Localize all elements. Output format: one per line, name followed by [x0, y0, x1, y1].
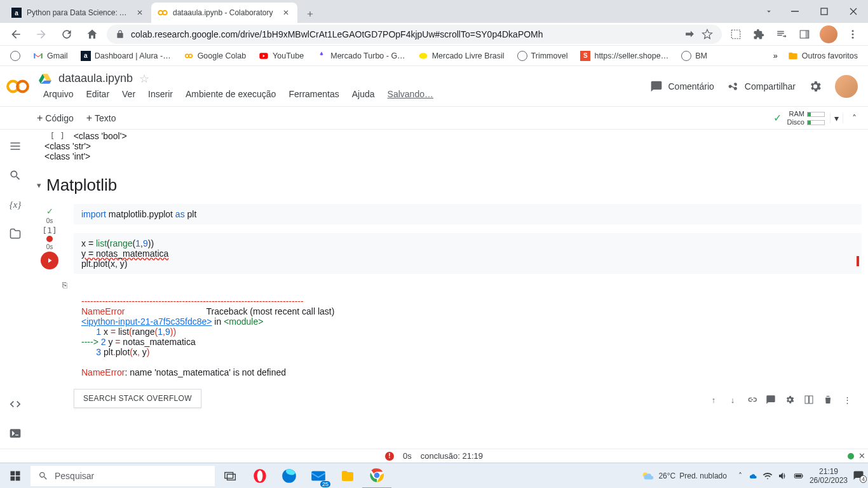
ram-disk-gauge[interactable]: RAM Disco — [787, 110, 825, 126]
code-editor[interactable]: import matplotlib.pyplot as plt — [74, 204, 862, 224]
notebook-toolbar: +Código +Texto ✓ RAM Disco ▾ ˄ — [0, 107, 868, 130]
colab-logo[interactable] — [5, 74, 31, 99]
files-icon[interactable] — [8, 226, 23, 241]
run-cell-button[interactable] — [41, 252, 58, 269]
search-stack-overflow-button[interactable]: SEARCH STACK OVERFLOW — [74, 389, 201, 408]
bookmark-trimmovel[interactable]: Trimmovel — [512, 48, 573, 64]
taskbar-search[interactable]: Pesquisar — [31, 466, 215, 486]
home-button[interactable] — [81, 24, 103, 45]
dropdown-icon[interactable]: ▾ — [830, 113, 843, 123]
code-cell-1[interactable]: ✓ 0s [1] import matplotlib.pyplot as plt — [31, 204, 862, 224]
svg-point-30 — [374, 472, 380, 478]
menu-help[interactable]: Ajuda — [347, 87, 380, 101]
weather-widget[interactable]: 26°C Pred. nublado — [641, 469, 727, 483]
chrome-icon[interactable] — [362, 463, 391, 489]
code-snippets-icon[interactable] — [8, 396, 23, 412]
notebook-area[interactable]: [ ] <class 'bool'> <class 'str'> <class … — [31, 130, 868, 449]
bookmark-colab[interactable]: Google Colab — [179, 48, 251, 64]
menu-edit[interactable]: Editar — [81, 87, 114, 101]
user-avatar[interactable] — [835, 75, 858, 98]
profile-avatar[interactable] — [820, 25, 837, 43]
url-field[interactable]: colab.research.google.com/drive/1bH9xMBw… — [107, 25, 722, 44]
bookmark-shopee[interactable]: Shttps://seller.shope… — [575, 48, 674, 64]
menu-runtime[interactable]: Ambiente de execução — [180, 87, 281, 101]
terminal-icon[interactable] — [8, 426, 23, 441]
comment-button[interactable]: Comentário — [650, 80, 714, 93]
notifications-icon[interactable]: 4 — [853, 470, 864, 482]
bookmark-ml[interactable]: Mercado Livre Brasil — [413, 48, 510, 64]
status-close-icon[interactable]: ✕ — [858, 451, 865, 461]
edge-icon[interactable] — [275, 463, 304, 489]
star-icon[interactable] — [702, 29, 713, 40]
star-doc-icon[interactable]: ☆ — [139, 72, 149, 86]
share-button[interactable]: Compartilhar — [727, 80, 796, 93]
status-error-icon[interactable]: ! — [385, 452, 394, 461]
move-down-icon[interactable]: ↓ — [727, 394, 738, 405]
tray-chevron-icon[interactable]: ˄ — [738, 471, 742, 480]
close-window-button[interactable] — [839, 0, 868, 23]
cell-settings-icon[interactable] — [784, 394, 796, 405]
close-icon[interactable]: ✕ — [135, 8, 145, 18]
tab-alura[interactable]: a Python para Data Science: Aula 5 ✕ — [5, 3, 151, 23]
share-page-icon[interactable] — [684, 29, 695, 39]
traceback-link[interactable]: <ipython-input-21-a7f5c35fdc8e> — [81, 316, 212, 327]
globe-icon — [681, 51, 691, 61]
variables-icon[interactable]: {x} — [8, 197, 23, 212]
reading-list-icon[interactable] — [771, 24, 792, 45]
bookmark-mt[interactable]: Mercado Turbo - G… — [311, 48, 410, 64]
minimize-button[interactable] — [780, 0, 810, 23]
code-editor[interactable]: x = list(range(1,9)) y = notas_matematic… — [74, 233, 862, 274]
bookmark-apps[interactable] — [5, 48, 25, 64]
extensions-icon[interactable] — [749, 24, 769, 45]
task-view-icon[interactable] — [216, 463, 245, 489]
toc-icon[interactable] — [8, 139, 23, 154]
tab-search-icon[interactable] — [757, 0, 780, 23]
link-cell-icon[interactable] — [746, 394, 757, 405]
menu-insert[interactable]: Inserir — [143, 87, 178, 101]
add-code-button[interactable]: +Código — [31, 110, 80, 126]
onedrive-icon[interactable] — [747, 471, 757, 481]
explorer-icon[interactable] — [333, 463, 362, 489]
mirror-cell-icon[interactable] — [803, 394, 815, 405]
section-heading[interactable]: ▾ Matplotlib — [31, 164, 862, 199]
cell-more-icon[interactable]: ⋮ — [841, 394, 853, 405]
opera-icon[interactable] — [245, 463, 275, 489]
battery-icon[interactable] — [793, 471, 804, 481]
bookmark-gmail[interactable]: Gmail — [28, 48, 73, 64]
sidepanel-icon[interactable] — [794, 24, 815, 45]
mail-icon[interactable]: 25 — [304, 463, 333, 489]
devtools-icon[interactable] — [726, 24, 746, 45]
menu-view[interactable]: Ver — [117, 87, 140, 101]
search-placeholder: Pesquisar — [55, 471, 94, 481]
bookmark-bm[interactable]: BM — [676, 48, 712, 64]
menu-icon[interactable] — [843, 24, 863, 45]
wifi-icon[interactable] — [763, 471, 773, 481]
bookmark-youtube[interactable]: YouTube — [254, 48, 309, 64]
delete-cell-icon[interactable] — [822, 394, 834, 405]
add-text-button[interactable]: +Texto — [80, 110, 123, 126]
code-cell-2[interactable]: 0s x = list(range(1,9)) y = notas_matema… — [31, 233, 862, 408]
volume-icon[interactable] — [778, 471, 788, 481]
doc-title[interactable]: dataaula.ipynb — [58, 72, 133, 85]
clock[interactable]: 21:19 26/02/2023 — [810, 467, 848, 485]
menu-tools[interactable]: Ferramentas — [283, 87, 344, 101]
settings-icon[interactable] — [808, 79, 822, 93]
forward-button[interactable] — [31, 24, 52, 45]
bookmark-alura[interactable]: aDashboard | Alura -… — [76, 48, 176, 64]
back-button[interactable] — [5, 24, 27, 45]
new-tab-button[interactable] — [301, 5, 319, 23]
start-button[interactable] — [0, 463, 31, 489]
close-icon[interactable]: ✕ — [281, 8, 291, 18]
reload-button[interactable] — [56, 24, 78, 45]
collapse-icon[interactable]: ˄ — [848, 113, 860, 123]
output-arrow-icon[interactable]: ⎘ — [62, 280, 74, 290]
tab-colab[interactable]: dataaula.ipynb - Colaboratory ✕ — [151, 3, 297, 23]
maximize-button[interactable] — [810, 0, 839, 23]
bookmark-overflow[interactable]: » — [773, 51, 778, 60]
menu-file[interactable]: Arquivo — [38, 87, 78, 101]
other-bookmarks[interactable]: Outros favoritos — [783, 48, 863, 64]
move-up-icon[interactable]: ↑ — [708, 394, 719, 405]
collapse-section-icon[interactable]: ▾ — [37, 180, 41, 190]
comment-cell-icon[interactable] — [765, 394, 776, 405]
search-icon[interactable] — [8, 168, 23, 183]
